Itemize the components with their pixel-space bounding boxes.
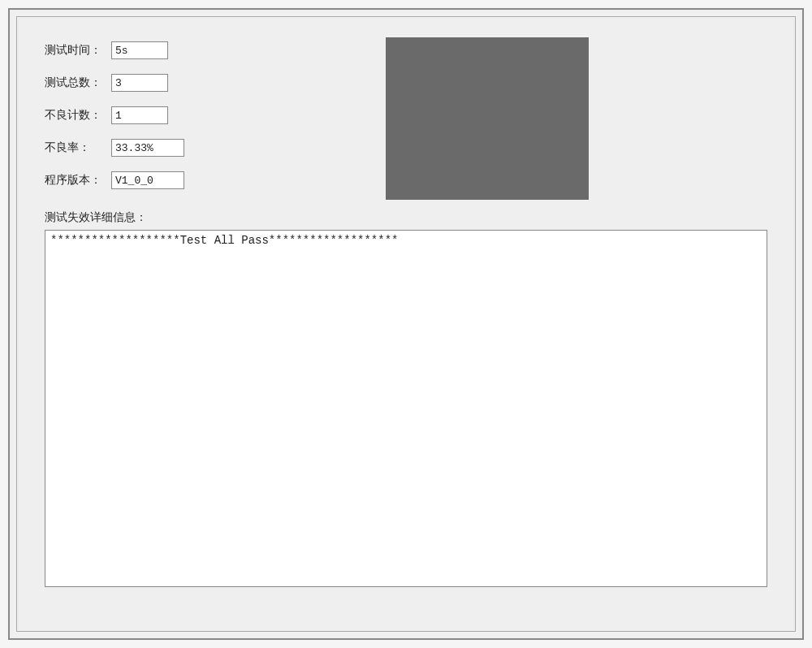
fail-count-field[interactable] [111,106,168,124]
fail-count-row: 不良计数： [45,106,256,124]
detail-textarea[interactable] [45,230,767,587]
version-row: 程序版本： [45,171,256,189]
fail-rate-row: 不良率： [45,139,256,157]
test-total-label: 测试总数： [45,76,111,90]
main-panel: 测试时间： 测试总数： 不良计数： 不良率： 程序版本： [16,16,796,632]
fail-count-label: 不良计数： [45,108,111,123]
app-window: 测试时间： 测试总数： 不良计数： 不良率： 程序版本： [8,8,804,640]
fail-rate-field[interactable] [111,139,184,157]
form-column: 测试时间： 测试总数： 不良计数： 不良率： 程序版本： [45,41,256,204]
test-time-row: 测试时间： [45,41,256,59]
test-total-field[interactable] [111,74,168,92]
test-total-row: 测试总数： [45,74,256,92]
display-panel [386,37,589,200]
version-field[interactable] [111,171,184,189]
detail-label: 测试失效详细信息： [45,210,767,225]
top-area: 测试时间： 测试总数： 不良计数： 不良率： 程序版本： [45,41,767,204]
fail-rate-label: 不良率： [45,140,111,155]
version-label: 程序版本： [45,173,111,188]
test-time-label: 测试时间： [45,43,111,58]
test-time-field[interactable] [111,41,168,59]
